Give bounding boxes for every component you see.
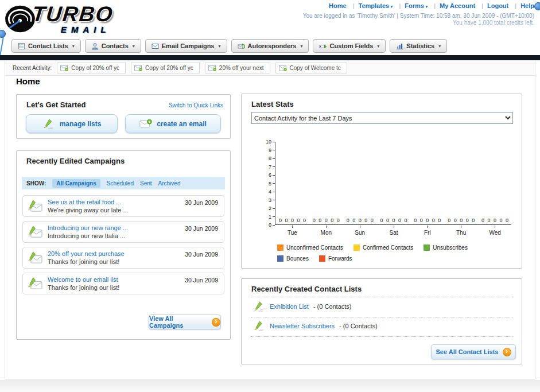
recent-activity-bar: Recent Activity: Copy of 20% off yc Copy… — [5, 60, 535, 76]
statistics-icon — [396, 42, 403, 50]
create-email-button[interactable]: create an email — [125, 114, 221, 133]
filter-all-campaigns[interactable]: All Campaigns — [52, 179, 100, 188]
main-tab-bar: Contact Lists Contacts Email Campaigns A… — [11, 39, 447, 53]
value-label-group: 0 0 0 0 0 — [478, 218, 512, 223]
recent-contact-lists-title: Recently Created Contact Lists — [251, 285, 362, 293]
y-tick: 6 — [260, 172, 275, 178]
x-tick: Fri — [410, 226, 444, 236]
nav-forms-link[interactable]: Forms — [394, 2, 428, 9]
chart-value-labels: 0 0 0 0 00 0 0 0 00 0 0 0 00 0 0 0 00 0 … — [275, 218, 512, 223]
edit-campaign-icon — [28, 200, 43, 213]
x-tick: Tue — [275, 226, 309, 236]
latest-stats-panel: Latest Stats Contact Activity for the La… — [241, 94, 522, 269]
contact-list-count: - (0 Contacts) — [339, 323, 378, 329]
y-tick: 5 — [260, 181, 275, 187]
campaign-row[interactable]: Welcome to our email list Thanks for joi… — [22, 273, 224, 294]
tab-email-campaigns[interactable]: Email Campaigns — [145, 39, 227, 53]
campaign-subtitle: Thanks for joining our list! — [48, 258, 219, 265]
see-all-contact-lists-label: See All Contact Lists — [436, 348, 498, 355]
tab-autoresponders[interactable]: Autoresponders — [231, 39, 309, 53]
dark-divider-bar — [0, 55, 540, 60]
nav-my-account-link[interactable]: My Account — [429, 2, 475, 9]
tab-contacts[interactable]: Contacts — [85, 39, 141, 53]
contact-list-link[interactable]: Newsletter Subscribers — [270, 323, 335, 329]
y-tick: 4 — [260, 189, 275, 195]
y-tick: 7 — [260, 164, 275, 170]
value-label-group: 0 0 0 0 0 — [275, 218, 309, 223]
logo-text-turbo: TURBO — [31, 2, 115, 26]
contact-lists-icon — [18, 42, 25, 50]
filter-archived[interactable]: Archived — [158, 180, 181, 187]
campaign-filter-bar: SHOW: All Campaigns Scheduled Sent Archi… — [22, 177, 225, 189]
credits-status: You have 1,000 total credits left. — [453, 20, 534, 26]
activity-item-text: 20% off your next — [219, 65, 264, 71]
dotted-separator — [251, 336, 512, 337]
edit-campaign-icon — [28, 226, 43, 239]
nav-templates-link[interactable]: Templates — [348, 2, 393, 9]
value-label-group: 0 0 0 0 0 — [444, 218, 478, 223]
tab-label: Contacts — [102, 42, 129, 49]
switch-to-quick-links[interactable]: Switch to Quick Links — [169, 102, 223, 108]
filter-scheduled[interactable]: Scheduled — [107, 180, 134, 187]
envelope-check-icon — [60, 65, 68, 71]
manage-lists-label: manage lists — [60, 120, 102, 128]
contacts-icon — [91, 42, 99, 50]
x-tick: Sat — [377, 226, 411, 236]
recent-activity-item[interactable]: Copy of 20% off yc — [57, 63, 126, 73]
legend-item-bounces: Bounces — [277, 255, 309, 262]
tab-statistics[interactable]: Statistics — [390, 39, 447, 53]
contact-list-link[interactable]: Exhibition List — [270, 303, 309, 310]
campaign-date: 30 Jun 2009 — [185, 251, 218, 258]
edit-list-icon — [253, 320, 265, 331]
value-label-group: 0 0 0 0 0 — [309, 218, 343, 223]
y-tick: 9 — [260, 148, 275, 153]
tab-custom-fields[interactable]: Custom Fields — [313, 39, 386, 53]
x-tick: Thu — [444, 226, 478, 236]
value-label-group: 0 0 0 0 0 — [410, 218, 444, 223]
see-all-contact-lists-button[interactable]: See All Contact Lists — [431, 344, 516, 359]
envelope-plus-icon — [139, 118, 152, 129]
campaign-date: 30 Jun 2009 — [185, 277, 218, 284]
stats-chart: 109876543210 0 0 0 0 00 0 0 0 00 0 0 0 0… — [260, 139, 516, 238]
legend-item-unconfirmed-contacts: Unconfirmed Contacts — [277, 244, 343, 251]
tab-label: Autoresponders — [248, 42, 297, 49]
campaign-row[interactable]: 20% off your next purchase Thanks for jo… — [22, 247, 224, 269]
recent-campaigns-panel: Recently Edited Campaigns SHOW: All Camp… — [16, 150, 231, 340]
edit-campaign-icon — [28, 277, 43, 290]
dotted-separator — [251, 297, 512, 297]
legend-item-forwards: Forwards — [319, 255, 352, 262]
manage-lists-button[interactable]: manage lists — [26, 114, 118, 133]
tab-contact-lists[interactable]: Contact Lists — [11, 39, 81, 53]
filter-sent[interactable]: Sent — [140, 180, 152, 187]
dotted-separator — [251, 317, 512, 317]
email-campaigns-icon — [151, 42, 159, 50]
chart-y-axis: 109876543210 — [260, 139, 275, 228]
recent-activity-item[interactable]: Copy of 20% off yc — [131, 63, 200, 73]
view-all-campaigns-label: View All Campaigns — [149, 315, 208, 329]
nav-home-link[interactable]: Home — [329, 2, 347, 9]
contact-list-row[interactable]: Newsletter Subscribers - (0 Contacts) — [253, 320, 378, 331]
campaign-row[interactable]: Introducing our new range ... Introducin… — [22, 221, 224, 243]
campaign-subtitle: Thanks for joining our list! — [48, 284, 219, 291]
contact-list-row[interactable]: Exhibition List - (0 Contacts) — [253, 301, 352, 312]
chart-legend: Unconfirmed ContactsConfirmed ContactsUn… — [277, 244, 507, 262]
activity-item-text: Copy of 20% off yc — [145, 65, 193, 71]
stats-period-select[interactable]: Contact Activity for the Last 7 Days — [251, 112, 513, 124]
value-label-group: 0 0 0 0 0 — [343, 218, 377, 223]
value-label-group: 0 0 0 0 0 — [377, 218, 411, 223]
nav-help-link[interactable]: Help — [510, 2, 534, 9]
x-tick: Mon — [309, 226, 343, 236]
nav-logout-link[interactable]: Logout — [477, 2, 508, 9]
decorative-blue-dot-right — [534, 2, 540, 10]
y-tick: 1 — [260, 214, 275, 220]
recent-activity-item[interactable]: 20% off your next — [205, 63, 270, 73]
x-tick: Sun — [343, 226, 377, 236]
campaign-row[interactable]: See us at the retail food ... We're givi… — [22, 195, 224, 217]
logo-text-email: EMAIL — [61, 25, 111, 34]
recent-activity-item[interactable]: Copy of Welcome tc — [275, 63, 347, 73]
pencil-icon — [42, 118, 55, 129]
envelope-check-icon — [279, 65, 287, 71]
chart-x-axis: TueMonSunSatFriThuWed — [275, 226, 512, 236]
y-tick: 0 — [260, 222, 275, 228]
view-all-campaigns-button[interactable]: View All Campaigns — [149, 315, 221, 329]
